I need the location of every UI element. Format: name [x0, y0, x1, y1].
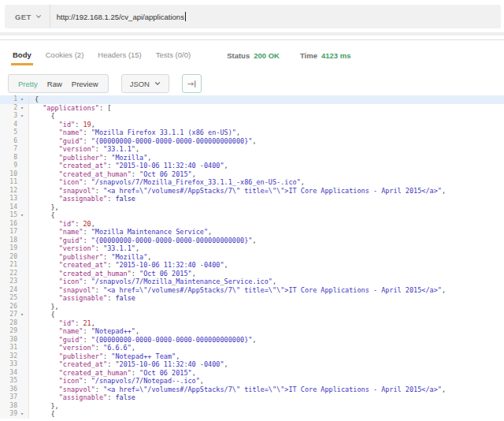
code-text: "assignable": false [29, 393, 135, 402]
gutter: 20 [0, 253, 29, 262]
fold-arrow-icon[interactable]: ▾ [17, 211, 27, 220]
code-line: 14 }, [0, 203, 504, 212]
line-number: 27 [0, 311, 17, 319]
code-text: "snapvol": "<a href=\"/volumes#/AppStack… [29, 187, 446, 196]
code-line: 15▾ { [0, 211, 504, 220]
line-number: 6 [0, 137, 17, 146]
fold-arrow-icon[interactable]: ▾ [17, 104, 27, 113]
line-number: 23 [0, 278, 17, 286]
chevron-down-icon [154, 80, 161, 87]
gutter: 30 [0, 336, 29, 345]
gutter: 32 [0, 352, 29, 361]
gutter: 6 [0, 137, 29, 146]
gutter: 27▾ [0, 311, 29, 319]
url-input[interactable]: http://192.168.1.25/cv_api/applications [50, 12, 501, 21]
view-mode-raw[interactable]: Raw [43, 76, 67, 91]
code-line: 39▾ { [0, 410, 504, 419]
response-tab-bar: Body Cookies (2) Headers (15) Tests (0/0… [13, 47, 498, 68]
code-text: "publisher": "Notepad++ Team", [29, 352, 180, 361]
wrap-text-icon [187, 79, 197, 89]
response-body-viewer[interactable]: 1▾{2▾ "applications": [3▾ {4 "id": 19,5 … [0, 95, 504, 421]
gutter: 35 [0, 377, 29, 386]
line-number: 31 [0, 344, 17, 352]
view-mode-pretty[interactable]: Pretty [13, 76, 43, 91]
gutter: 9 [0, 162, 29, 170]
gutter: 4 [0, 121, 29, 129]
format-dropdown[interactable]: JSON [121, 74, 169, 93]
code-line: 8 "publisher": "Mozilla", [0, 154, 504, 162]
code-text: "id": 19, [29, 121, 95, 129]
line-number: 5 [0, 129, 17, 137]
method-label: GET [15, 13, 32, 21]
gutter: 26 [0, 303, 29, 311]
gutter: 28 [0, 319, 29, 328]
line-number: 18 [0, 237, 17, 245]
code-line: 10 "created_at_human": "Oct 06 2015", [0, 170, 504, 179]
tab-cookies[interactable]: Cookies (2) [46, 50, 84, 65]
code-line: 34 "created_at_human": "Oct 06 2015", [0, 369, 504, 378]
tab-headers[interactable]: Headers (15) [98, 50, 141, 65]
line-number: 11 [0, 178, 17, 187]
tab-body[interactable]: Body [13, 50, 32, 65]
line-number: 3 [0, 112, 17, 121]
code-line: 29 "name": "Notepad++", [0, 327, 504, 336]
code-line: 4 "id": 19, [0, 121, 504, 129]
line-number: 15 [0, 211, 17, 220]
fold-arrow-icon[interactable]: ▾ [17, 410, 27, 419]
line-number: 29 [0, 327, 17, 336]
code-text: "guid": "{00000000-0000-0000-0000-000000… [29, 137, 257, 146]
code-lines: 1▾{2▾ "applications": [3▾ {4 "id": 19,5 … [0, 95, 504, 419]
code-text: "name": "Mozilla Maintenance Service", [29, 228, 212, 237]
tab-tests[interactable]: Tests (0/0) [156, 50, 191, 65]
status-label: Status [227, 51, 250, 60]
code-text: "icon": "/snapvols/7/Mozilla_Firefox_33.… [29, 178, 305, 187]
gutter: 38 [0, 402, 29, 411]
code-text: "created_at": "2015-10-06 11:32:40 -0400… [29, 162, 228, 170]
view-mode-preview[interactable]: Preview [67, 76, 103, 91]
line-number: 9 [0, 162, 17, 170]
method-dropdown[interactable]: GET [5, 5, 50, 28]
fold-arrow-icon[interactable]: ▾ [17, 112, 27, 121]
code-line: 3▾ { [0, 112, 504, 121]
code-text: "snapvol": "<a href=\"/volumes#/AppStack… [29, 386, 446, 394]
fold-arrow-icon[interactable]: ▾ [17, 95, 27, 104]
gutter: 24 [0, 286, 29, 295]
gutter: 8 [0, 154, 29, 162]
time-group: Time 4123 ms [300, 51, 351, 65]
gutter: 10 [0, 170, 29, 179]
code-line: 18 "guid": "{00000000-0000-0000-0000-000… [0, 237, 504, 245]
gutter: 18 [0, 237, 29, 245]
code-line: 24 "snapvol": "<a href=\"/volumes#/AppSt… [0, 286, 504, 295]
gutter: 14 [0, 203, 29, 212]
code-text: "id": 20, [29, 220, 95, 229]
code-text: "publisher": "Mozilla", [29, 154, 151, 162]
code-text: }, [29, 402, 59, 411]
line-number: 12 [0, 187, 17, 196]
code-line: 12 "snapvol": "<a href=\"/volumes#/AppSt… [0, 187, 504, 196]
code-line: 33 "created_at": "2015-10-06 11:32:40 -0… [0, 360, 504, 369]
code-line: 28 "id": 21, [0, 319, 504, 328]
gutter: 7 [0, 145, 29, 154]
code-text: }, [29, 203, 59, 212]
code-text: "name": "Mozilla Firefox 33.1.1 (x86 en-… [29, 129, 240, 137]
code-line: 17 "name": "Mozilla Maintenance Service"… [0, 228, 504, 237]
line-number: 22 [0, 270, 17, 278]
line-number: 4 [0, 121, 17, 129]
wrap-text-button[interactable] [182, 74, 202, 93]
code-line: 23 "icon": "/snapvols/7/Mozilla_Maintena… [0, 278, 504, 286]
line-number: 17 [0, 228, 17, 237]
time-label: Time [300, 51, 317, 60]
line-number: 8 [0, 154, 17, 162]
code-text: "guid": "{00000000-0000-0000-0000-000000… [29, 237, 257, 245]
format-label: JSON [130, 80, 150, 88]
gutter: 3▾ [0, 112, 29, 121]
code-text: "created_at": "2015-10-06 11:32:40 -0400… [29, 360, 228, 369]
code-text: { [29, 311, 55, 319]
gutter: 12 [0, 187, 29, 196]
fold-arrow-icon[interactable]: ▾ [17, 311, 27, 319]
code-text: "created_at_human": "Oct 06 2015", [29, 170, 196, 179]
line-number: 34 [0, 369, 17, 378]
line-number: 14 [0, 203, 17, 212]
code-line: 13 "assignable": false [0, 195, 504, 203]
code-text: { [29, 112, 55, 121]
